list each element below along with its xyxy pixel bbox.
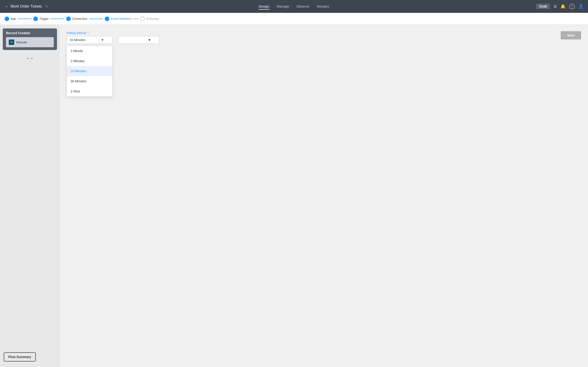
flow-summary-button[interactable]: Flow Summary [4, 352, 36, 361]
step-connector-3 [89, 19, 103, 19]
nav-back[interactable]: ← Work Order Tickets ✎ [5, 4, 48, 9]
content-area: Save Polling Interval * 10 Minutes ▼ 1 M… [60, 25, 588, 367]
step-app-circle [5, 17, 9, 21]
step-trigger-circle [33, 17, 38, 21]
sidebar: Record Created N Netsuite ⌄⌄ Flow Summar… [0, 25, 60, 367]
polling-dropdown-menu: 1 Minute 2 Minutes 10 Minutes 30 Minutes… [67, 46, 112, 97]
dropdown-item-2min[interactable]: 2 Minutes [67, 56, 112, 66]
step-app[interactable]: App [5, 17, 16, 21]
main-nav-tabs: Design Manage Observe Recipes [259, 3, 329, 10]
polling-label: Polling Interval * [67, 31, 581, 35]
chevron-down-icon[interactable]: ⌄⌄ [3, 55, 57, 60]
step-connector-2 [51, 19, 64, 19]
main-layout: Record Created N Netsuite ⌄⌄ Flow Summar… [0, 25, 588, 367]
step-summary-label: Summary [146, 17, 159, 20]
step-trigger-label: Trigger [39, 17, 49, 20]
draft-badge: Draft [536, 4, 550, 9]
second-dropdown-arrow-icon: ▼ [148, 38, 151, 42]
step-trigger[interactable]: Trigger [33, 17, 49, 21]
netsuite-label: Netsuite [16, 41, 27, 44]
tab-recipes[interactable]: Recipes [317, 3, 329, 10]
step-connector-1 [18, 19, 32, 19]
dropdown-item-30min[interactable]: 30 Minutes [67, 76, 112, 86]
help-icon[interactable]: ? [569, 4, 575, 9]
step-connection-circle [66, 17, 71, 21]
tab-manage[interactable]: Manage [277, 3, 289, 10]
bell-icon[interactable]: 🔔 [561, 4, 565, 9]
dropdown-arrow-icon: ▼ [101, 38, 104, 42]
wizard-steps-bar: App Trigger Connection Event Definition … [0, 13, 588, 25]
external-link-icon[interactable]: ⧉ [554, 4, 557, 9]
required-indicator: * [87, 31, 89, 35]
dropdown-item-1hour[interactable]: 1 Hour [67, 86, 112, 96]
nav-right: Draft ⧉ 🔔 ? 👤 [536, 4, 583, 9]
netsuite-icon: N [9, 40, 14, 45]
tab-design[interactable]: Design [259, 3, 269, 10]
back-arrow-icon: ← [5, 4, 9, 9]
sidebar-card: Record Created N Netsuite [3, 28, 57, 50]
step-summary-circle [140, 17, 145, 21]
top-nav: ← Work Order Tickets ✎ Design Manage Obs… [0, 0, 588, 13]
user-icon[interactable]: 👤 [578, 4, 583, 9]
polling-select[interactable]: 10 Minutes ▼ [67, 36, 112, 44]
polling-select-wrapper: 10 Minutes ▼ 1 Minute 2 Minutes 10 Minut… [67, 36, 112, 44]
polling-selected-value: 10 Minutes [69, 38, 85, 42]
step-connection[interactable]: Connection [66, 17, 87, 21]
app-title: Work Order Tickets [10, 4, 42, 8]
dropdown-item-1min[interactable]: 1 Minute [67, 46, 112, 56]
second-dropdown-wrapper: ▼ [118, 36, 159, 44]
step-event-definition-label: Event Definition [111, 17, 132, 20]
step-app-label: App [10, 17, 16, 20]
netsuite-item[interactable]: N Netsuite [6, 37, 54, 47]
step-connector-dots [133, 18, 138, 19]
edit-icon[interactable]: ✎ [45, 5, 48, 8]
step-event-definition[interactable]: Event Definition [105, 17, 132, 21]
step-summary[interactable]: Summary [140, 17, 159, 21]
tab-observe[interactable]: Observe [296, 3, 310, 10]
step-event-definition-circle [105, 17, 109, 21]
dropdown-item-10min[interactable]: 10 Minutes [67, 66, 112, 76]
second-dropdown[interactable]: ▼ [118, 36, 159, 44]
step-connection-label: Connection [72, 17, 87, 20]
polling-section: Polling Interval * 10 Minutes ▼ 1 Minute… [67, 31, 581, 44]
sidebar-card-title: Record Created [6, 31, 54, 35]
